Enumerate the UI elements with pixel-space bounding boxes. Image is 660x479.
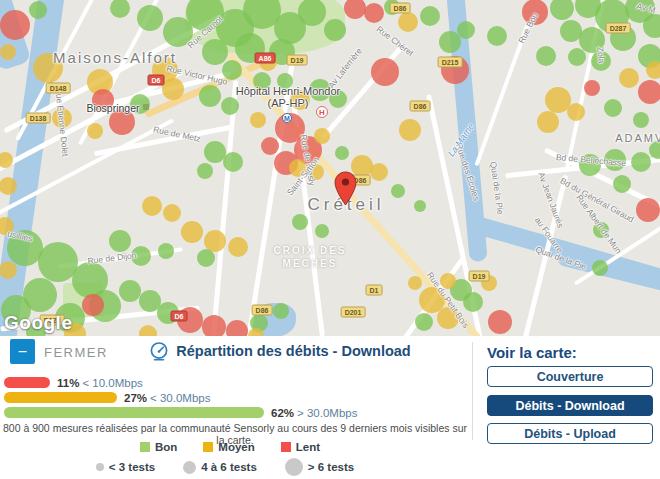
close-panel-button[interactable]: − bbox=[10, 339, 35, 364]
speed-bar bbox=[4, 377, 50, 388]
google-logo[interactable]: Google bbox=[4, 312, 72, 334]
dot-medium bbox=[545, 87, 571, 113]
size-legend-item: 4 à 6 tests bbox=[183, 461, 257, 474]
close-panel-label[interactable]: FERMER bbox=[44, 345, 108, 360]
map-view-button-d-bits-download[interactable]: Débits - Download bbox=[487, 395, 653, 416]
pond bbox=[252, 303, 296, 336]
dot-medium bbox=[537, 111, 559, 133]
dot-good bbox=[633, 112, 649, 128]
road bbox=[211, 80, 239, 336]
quality-legend-label: Bon bbox=[155, 441, 177, 453]
dot-good bbox=[536, 46, 556, 66]
speed-bar-range: < 10.0Mbps bbox=[82, 377, 142, 389]
street-label: Bd du Général Giraud bbox=[558, 176, 635, 225]
dot-good bbox=[420, 6, 440, 26]
dot-good bbox=[625, 0, 655, 23]
dot-medium bbox=[142, 196, 162, 216]
dot-good bbox=[550, 0, 574, 20]
map-view-button-d-bits-upload[interactable]: Débits - Upload bbox=[487, 423, 653, 444]
dot-good bbox=[610, 25, 636, 51]
dot-medium bbox=[228, 237, 248, 257]
map-canvas[interactable]: Rue Victor HugoRue de MetzAv LaferrièreR… bbox=[0, 0, 660, 336]
size-legend-label: > 6 tests bbox=[308, 461, 354, 473]
dot-good bbox=[335, 146, 349, 160]
river-left-branch bbox=[0, 0, 32, 71]
map-marker-pin[interactable] bbox=[334, 171, 357, 206]
dot-good bbox=[315, 224, 329, 238]
speed-bar bbox=[4, 392, 117, 403]
dot-good bbox=[23, 278, 57, 312]
size-legend-circle bbox=[183, 461, 196, 474]
dot-good bbox=[109, 230, 131, 252]
speed-bar-percent: 11% bbox=[57, 377, 79, 389]
size-legend-circle bbox=[96, 463, 104, 471]
park-north bbox=[185, 0, 345, 54]
dot-medium bbox=[52, 108, 72, 128]
vertical-separator bbox=[472, 342, 473, 440]
dot-good bbox=[487, 26, 507, 46]
quality-legend-swatch bbox=[281, 442, 291, 452]
road bbox=[321, 46, 404, 140]
street-label: Av Laferrière bbox=[326, 46, 364, 90]
speed-bar-percent: 27% bbox=[124, 392, 147, 404]
road-badge: D1 bbox=[366, 285, 383, 296]
dot-good bbox=[110, 0, 130, 18]
road-badge: D201 bbox=[341, 307, 366, 318]
road-badge: D287 bbox=[606, 23, 631, 34]
speedometer-icon bbox=[149, 341, 169, 361]
hospital-icon: H bbox=[316, 106, 328, 118]
quality-legend-label: Moyen bbox=[218, 441, 254, 453]
road bbox=[396, 257, 465, 336]
sensorly-map-page: Rue Victor HugoRue de MetzAv LaferrièreR… bbox=[0, 0, 660, 479]
speed-bar-row: 11%< 10.0Mbps bbox=[4, 377, 357, 388]
road bbox=[94, 125, 232, 157]
road-badge: D19 bbox=[469, 271, 490, 282]
speed-bar-percent: 62% bbox=[271, 407, 294, 419]
map-view-button-couverture[interactable]: Couverture bbox=[487, 366, 653, 387]
city-label: ADAMVILLE bbox=[615, 132, 660, 144]
quality-legend: BonMoyenLent bbox=[0, 441, 460, 453]
sidebar-heading: Voir la carte: bbox=[487, 344, 577, 361]
dot-slow bbox=[109, 109, 135, 135]
quality-legend-swatch bbox=[203, 442, 213, 452]
dot-slow bbox=[226, 320, 248, 336]
dot-slow bbox=[488, 310, 512, 334]
dot-slow bbox=[522, 0, 548, 25]
dot-medium bbox=[481, 275, 497, 291]
dot-good bbox=[643, 14, 660, 38]
road-badge: D86 bbox=[390, 3, 411, 14]
dot-medium bbox=[646, 61, 660, 79]
dot-medium bbox=[250, 112, 266, 128]
dot-good bbox=[638, 44, 660, 68]
road bbox=[474, 24, 529, 166]
street-label: Quai de la Pie bbox=[488, 161, 505, 215]
quality-legend-item: Moyen bbox=[203, 441, 254, 453]
dot-medium bbox=[181, 221, 203, 243]
street-label: Av M bbox=[635, 1, 656, 16]
speed-bar-row: 62%> 30.0Mbps bbox=[4, 407, 357, 418]
street-label: Zola bbox=[595, 46, 606, 63]
size-legend-label: 4 à 6 tests bbox=[201, 461, 257, 473]
size-legend-item: < 3 tests bbox=[96, 461, 155, 473]
test-count-legend: < 3 tests4 à 6 tests> 6 tests bbox=[0, 458, 450, 476]
road bbox=[58, 247, 182, 268]
quality-legend-item: Lent bbox=[281, 441, 320, 453]
dot-good bbox=[384, 0, 400, 15]
dot-good bbox=[204, 141, 226, 163]
dot-good bbox=[197, 163, 213, 179]
dot-slow bbox=[344, 0, 366, 19]
dot-good bbox=[391, 184, 405, 198]
dot-good bbox=[591, 51, 611, 71]
dot-medium bbox=[370, 163, 388, 181]
speed-bar-range: < 30.0Mbps bbox=[150, 392, 210, 404]
road bbox=[565, 0, 608, 168]
size-legend-item: > 6 tests bbox=[285, 458, 354, 476]
panel-title: Répartition des débits - Download bbox=[176, 343, 410, 359]
bottom-panel: − FERMER Répartition des débits - Downlo… bbox=[0, 336, 660, 479]
quality-legend-item: Bon bbox=[140, 441, 177, 453]
dot-good bbox=[593, 222, 609, 238]
poi-icon-biospringer bbox=[143, 104, 149, 110]
size-legend-label: < 3 tests bbox=[109, 461, 155, 473]
speed-distribution-bars: 11%< 10.0Mbps27%< 30.0Mbps62%> 30.0Mbps bbox=[4, 377, 357, 422]
road bbox=[78, 0, 166, 145]
